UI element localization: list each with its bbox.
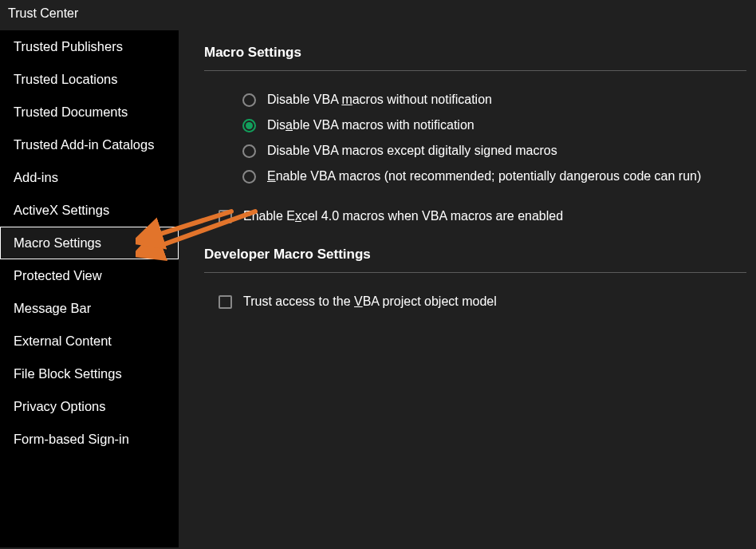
checkbox-enable-excel4-macros[interactable]: Enable Excel 4.0 macros when VBA macros … [219, 203, 746, 229]
sidebar-item-privacy-options[interactable]: Privacy Options [0, 390, 179, 423]
sidebar-item-trusted-locations[interactable]: Trusted Locations [0, 63, 179, 96]
radio-disable-with-notification[interactable]: Disable VBA macros with notification [242, 113, 746, 138]
developer-macro-settings-heading: Developer Macro Settings [204, 247, 746, 273]
sidebar-item-trusted-publishers[interactable]: Trusted Publishers [0, 30, 179, 63]
macro-radio-group: Disable VBA macros without notification … [242, 87, 746, 189]
radio-disable-without-notification[interactable]: Disable VBA macros without notification [242, 87, 746, 113]
radio-disable-except-signed[interactable]: Disable VBA macros except digitally sign… [242, 138, 746, 164]
checkbox-trust-vba-access[interactable]: Trust access to the VBA project object m… [219, 289, 746, 314]
sidebar-item-activex-settings[interactable]: ActiveX Settings [0, 194, 179, 227]
radio-label: Enable VBA macros (not recommended; pote… [267, 169, 701, 184]
sidebar-item-external-content[interactable]: External Content [0, 325, 179, 357]
sidebar-item-form-based-signin[interactable]: Form-based Sign-in [0, 423, 179, 456]
sidebar-item-trusted-documents[interactable]: Trusted Documents [0, 96, 179, 128]
sidebar-item-message-bar[interactable]: Message Bar [0, 292, 179, 325]
checkbox-label: Trust access to the VBA project object m… [243, 294, 497, 309]
radio-icon [242, 170, 256, 184]
trust-center-body: Trusted Publishers Trusted Locations Tru… [0, 30, 756, 547]
excel4-checkbox-section: Enable Excel 4.0 macros when VBA macros … [219, 203, 746, 229]
checkbox-icon [219, 210, 232, 223]
main-content: Macro Settings Disable VBA macros withou… [179, 30, 756, 547]
sidebar-item-trusted-addin-catalogs[interactable]: Trusted Add-in Catalogs [0, 128, 179, 161]
sidebar-item-file-block-settings[interactable]: File Block Settings [0, 357, 179, 390]
macro-settings-heading: Macro Settings [204, 45, 746, 71]
radio-icon [242, 144, 256, 158]
checkbox-label: Enable Excel 4.0 macros when VBA macros … [243, 209, 563, 223]
checkbox-icon [219, 295, 232, 309]
radio-icon-checked [242, 119, 256, 132]
developer-checkbox-section: Trust access to the VBA project object m… [219, 289, 746, 314]
sidebar-item-macro-settings[interactable]: Macro Settings [0, 227, 179, 259]
sidebar-item-protected-view[interactable]: Protected View [0, 259, 179, 292]
sidebar-item-add-ins[interactable]: Add-ins [0, 161, 179, 194]
radio-enable-all[interactable]: Enable VBA macros (not recommended; pote… [242, 164, 746, 189]
radio-icon [242, 93, 256, 107]
radio-label: Disable VBA macros without notification [267, 93, 492, 107]
window-title: Trust Center [0, 0, 756, 30]
radio-label: Disable VBA macros with notification [267, 118, 474, 132]
sidebar: Trusted Publishers Trusted Locations Tru… [0, 30, 179, 547]
radio-label: Disable VBA macros except digitally sign… [267, 144, 557, 158]
